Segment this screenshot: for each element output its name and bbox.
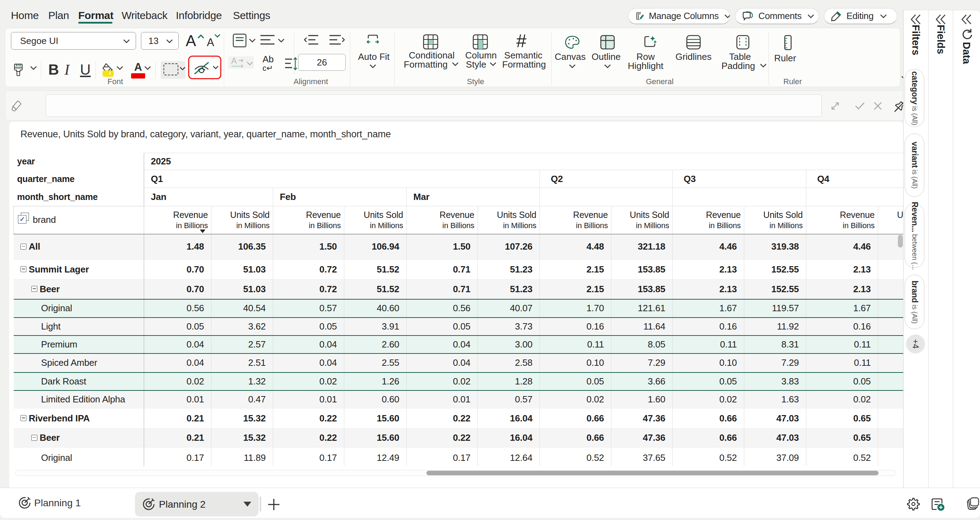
- svg-text:A: A: [231, 57, 237, 65]
